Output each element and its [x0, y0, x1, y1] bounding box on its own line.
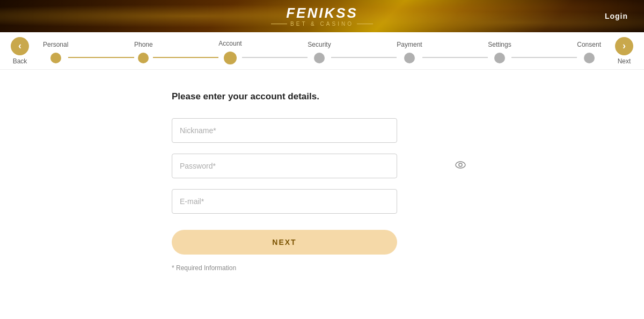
header: FENIKSS BET & CASINO Login: [0, 0, 644, 32]
next-label: Next: [618, 57, 631, 65]
step-personal-label: Personal: [43, 41, 68, 48]
step-phone-label: Phone: [134, 41, 153, 48]
password-toggle-icon[interactable]: [455, 161, 466, 171]
email-group: [172, 189, 472, 214]
step-account-dot: [224, 52, 237, 64]
next-button[interactable]: › Next: [615, 37, 633, 65]
step-settings: Settings: [488, 41, 511, 63]
form-title: Please enter your account details.: [172, 91, 472, 102]
step-personal-dot: [50, 53, 61, 63]
step-consent: Consent: [577, 41, 601, 63]
line-6: [511, 57, 577, 58]
login-button[interactable]: Login: [605, 12, 628, 20]
step-phone-dot: [138, 53, 149, 63]
step-bar: ‹ Back Personal Phone Account: [0, 32, 644, 70]
step-account-label: Account: [218, 40, 241, 47]
email-input[interactable]: [172, 189, 397, 214]
nickname-group: [172, 118, 472, 143]
step-security-label: Security: [308, 41, 331, 48]
step-payment-label: Payment: [397, 41, 422, 48]
logo-sub: BET & CASINO: [271, 21, 373, 27]
step-settings-dot: [494, 53, 505, 63]
line-5: [422, 57, 488, 58]
logo: FENIKSS BET & CASINO: [271, 6, 373, 27]
svg-point-1: [459, 163, 462, 166]
password-group: [172, 154, 472, 178]
line-2: [153, 57, 219, 58]
step-account: Account: [218, 40, 241, 63]
step-phone: Phone: [134, 41, 153, 63]
step-payment-dot: [404, 53, 415, 63]
password-input[interactable]: [172, 154, 397, 178]
logo-name: FENIKSS: [271, 6, 373, 20]
line-3: [242, 57, 308, 58]
line-1: [68, 57, 134, 58]
main-content: Please enter your account details. NEXT …: [161, 70, 483, 288]
step-consent-dot: [584, 53, 595, 63]
required-note: * Required Information: [172, 264, 472, 272]
line-4: [331, 57, 397, 58]
stepper-inner: Personal Phone Account Security: [43, 40, 601, 63]
svg-point-0: [456, 162, 465, 168]
step-security-dot: [314, 53, 325, 63]
step-consent-label: Consent: [577, 41, 601, 48]
step-payment: Payment: [397, 41, 422, 63]
nickname-input[interactable]: [172, 118, 397, 143]
step-settings-label: Settings: [488, 41, 511, 48]
step-personal: Personal: [43, 41, 68, 63]
stepper: Personal Phone Account Security: [0, 40, 644, 63]
next-form-button[interactable]: NEXT: [172, 230, 397, 255]
step-security: Security: [308, 41, 331, 63]
next-circle: ›: [615, 37, 633, 55]
